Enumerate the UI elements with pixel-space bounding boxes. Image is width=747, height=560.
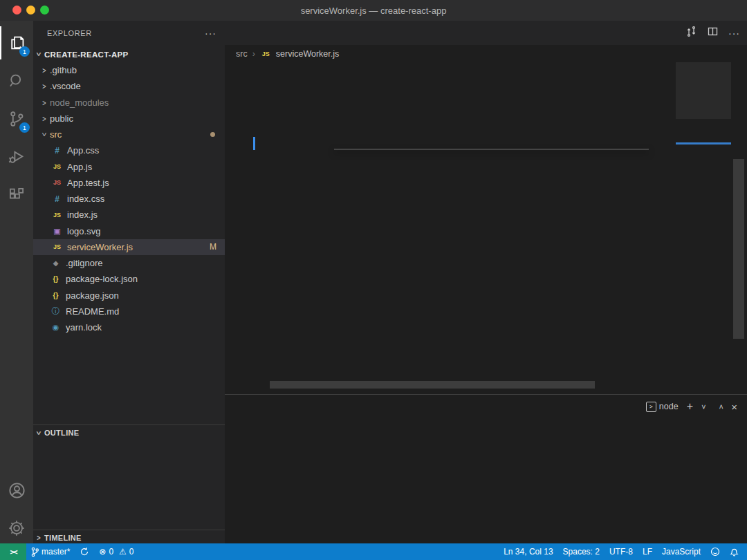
- problems-item[interactable]: ⊗ 0 ⚠ 0: [94, 543, 138, 560]
- explorer-badge: 1: [19, 46, 30, 57]
- editor-tab-bar: [225, 21, 747, 45]
- outline-title: OUTLINE: [44, 429, 79, 437]
- tree-file-serviceWorker.js[interactable]: JSserviceWorker.jsM: [33, 239, 225, 255]
- status-bar: >< master* ⊗ 0 ⚠ 0 Ln 34, Col 13 Spaces:…: [0, 543, 747, 560]
- tree-file-App.js[interactable]: JSApp.js: [33, 159, 225, 175]
- notifications-bell-icon[interactable]: [725, 543, 747, 560]
- indentation[interactable]: Spaces: 2: [558, 543, 605, 560]
- tree-file-index.css[interactable]: #index.css: [33, 191, 225, 207]
- tree-file-App.test.js[interactable]: JSApp.test.js: [33, 175, 225, 191]
- project-root-label: CREATE-REACT-APP: [44, 50, 129, 59]
- chevron-down-icon: >: [34, 428, 43, 438]
- sync-button[interactable]: [75, 543, 94, 560]
- current-line-indicator: [253, 137, 255, 150]
- search-icon[interactable]: [0, 64, 33, 97]
- minimize-traffic-light[interactable]: [26, 6, 35, 15]
- bottom-panel: > node + > > ×: [225, 394, 747, 543]
- cursor-position[interactable]: Ln 34, Col 13: [499, 543, 557, 560]
- code-editor[interactable]: [225, 62, 674, 394]
- warning-icon: ⚠: [119, 547, 127, 557]
- intellisense-popup: [334, 149, 649, 150]
- panel-actions: > node + > > ×: [646, 395, 737, 418]
- tree-file-README.md[interactable]: ⓘREADME.md: [33, 304, 225, 319]
- minimap[interactable]: [676, 62, 731, 387]
- tree-file-package.json[interactable]: {}package.json: [33, 288, 225, 304]
- source-control-badge: 1: [19, 122, 30, 133]
- window-title: serviceWorker.js — create-react-app: [301, 6, 447, 16]
- minimap-current-line: [676, 142, 731, 144]
- close-panel-icon[interactable]: ×: [731, 401, 737, 413]
- split-editor-icon[interactable]: [707, 26, 719, 40]
- tree-folder-.vscode[interactable]: >.vscode: [33, 78, 225, 94]
- warning-count: 0: [129, 547, 134, 557]
- tree-file-index.js[interactable]: JSindex.js: [33, 207, 225, 223]
- js-file-icon: JS: [260, 50, 272, 57]
- chevron-right-icon: >: [34, 533, 44, 542]
- outline-section-header[interactable]: > OUTLINE: [33, 425, 225, 440]
- language-mode[interactable]: JavaScript: [657, 543, 706, 560]
- tree-folder-public[interactable]: >public: [33, 111, 225, 127]
- error-icon: ⊗: [99, 547, 106, 557]
- git-branch-item[interactable]: master*: [26, 543, 75, 560]
- vertical-scrollbar[interactable]: [732, 62, 746, 394]
- feedback-smiley-icon[interactable]: [706, 543, 725, 560]
- new-terminal-button[interactable]: +: [687, 400, 693, 413]
- maximize-panel-icon[interactable]: >: [716, 404, 725, 409]
- file-tree: >.github>.vscode>node_modules>public>src…: [33, 62, 225, 335]
- explorer-sidebar: EXPLORER ··· > CREATE-REACT-APP >.github…: [33, 21, 225, 543]
- editor-actions: ···: [685, 21, 740, 45]
- branch-name: master*: [42, 547, 70, 557]
- tree-folder-.github[interactable]: >.github: [33, 62, 225, 78]
- timeline-title: TIMELINE: [44, 534, 82, 542]
- vscode-window: serviceWorker.js — create-react-app 1 1: [0, 0, 747, 560]
- remote-indicator[interactable]: ><: [0, 543, 26, 560]
- terminal-icon: >: [646, 402, 656, 412]
- encoding[interactable]: UTF-8: [605, 543, 638, 560]
- eol-sequence[interactable]: LF: [638, 543, 657, 560]
- explorer-icon[interactable]: 1: [0, 26, 33, 59]
- breadcrumb-folder[interactable]: src: [236, 49, 248, 59]
- extensions-icon[interactable]: [0, 178, 33, 212]
- chevron-down-icon: >: [34, 49, 43, 59]
- breadcrumb-file[interactable]: serviceWorker.js: [276, 49, 339, 59]
- project-root-row[interactable]: > CREATE-REACT-APP: [33, 46, 225, 62]
- breadcrumb: src › JS serviceWorker.js: [225, 45, 747, 62]
- timeline-section-header[interactable]: > TIMELINE: [33, 530, 225, 543]
- more-actions-icon[interactable]: ···: [728, 28, 740, 39]
- tree-file-App.css[interactable]: #App.css: [33, 142, 225, 158]
- run-debug-icon[interactable]: [0, 140, 33, 174]
- open-changes-icon[interactable]: [685, 26, 697, 40]
- error-count: 0: [109, 547, 113, 557]
- settings-gear-icon[interactable]: [0, 512, 33, 545]
- tree-folder-node_modules[interactable]: >node_modules: [33, 95, 225, 111]
- tree-folder-src[interactable]: >src: [33, 127, 225, 142]
- terminal-shell-selector[interactable]: > node: [646, 402, 679, 412]
- zoom-traffic-light[interactable]: [40, 6, 49, 15]
- tree-file-.gitignore[interactable]: ◆.gitignore: [33, 255, 225, 271]
- title-bar: serviceWorker.js — create-react-app: [0, 0, 747, 21]
- explorer-more-actions-icon[interactable]: ···: [205, 28, 216, 39]
- tree-file-package-lock.json[interactable]: {}package-lock.json: [33, 271, 225, 287]
- breadcrumb-separator: ›: [252, 49, 255, 59]
- shell-label: node: [659, 402, 679, 411]
- explorer-header: EXPLORER ···: [33, 21, 225, 46]
- vertical-scrollbar-thumb[interactable]: [733, 159, 744, 339]
- close-traffic-light[interactable]: [12, 6, 21, 15]
- tree-file-logo.svg[interactable]: ▣logo.svg: [33, 223, 225, 239]
- horizontal-scrollbar-thumb[interactable]: [270, 381, 595, 389]
- explorer-title: EXPLORER: [47, 29, 92, 37]
- activity-bar: 1 1: [0, 21, 33, 543]
- tree-file-yarn.lock[interactable]: ◉yarn.lock: [33, 319, 225, 335]
- source-control-icon[interactable]: 1: [0, 102, 33, 136]
- account-icon[interactable]: [0, 474, 33, 507]
- terminal-dropdown-icon[interactable]: >: [699, 404, 708, 409]
